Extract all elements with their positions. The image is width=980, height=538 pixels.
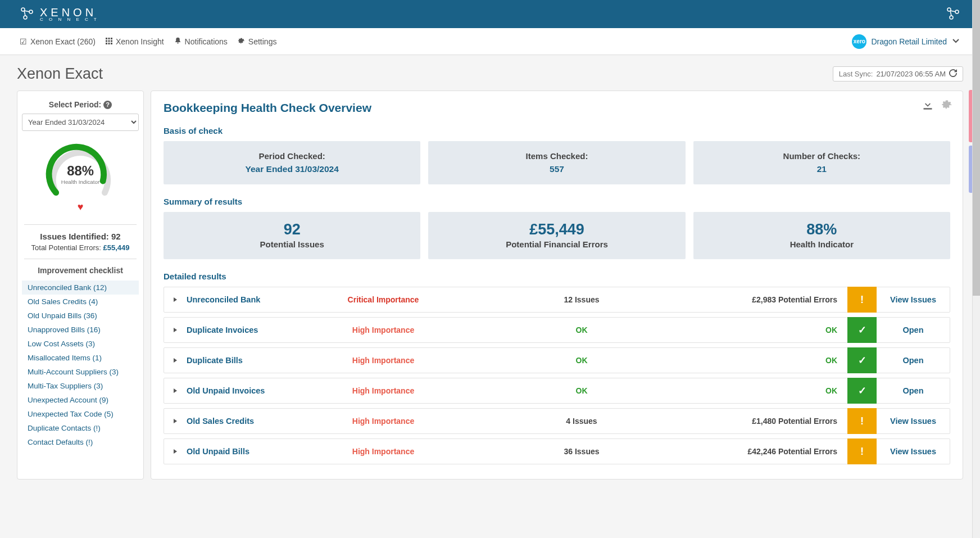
grid-icon — [106, 37, 112, 46]
help-icon[interactable]: ? — [103, 101, 112, 109]
row-name[interactable]: Old Unpaid Invoices — [187, 386, 327, 395]
status-badge: ! — [847, 408, 877, 434]
nav-exact[interactable]: ☑ Xenon Exact (260) — [20, 37, 96, 46]
checklist-item[interactable]: Unexpected Tax Code (5) — [28, 407, 133, 421]
nav-settings[interactable]: Settings — [238, 37, 277, 46]
nav-notifications[interactable]: Notifications — [174, 37, 228, 46]
row-action[interactable]: View Issues — [877, 295, 950, 304]
nav-notifications-label: Notifications — [185, 37, 228, 46]
download-icon[interactable] — [922, 99, 933, 112]
basis-card: Items Checked:557 — [428, 141, 685, 184]
expand-icon[interactable] — [164, 325, 187, 334]
period-label: Select Period: ? — [22, 100, 139, 109]
status-badge: ! — [847, 438, 877, 464]
row-importance: High Importance — [327, 325, 439, 334]
row-name[interactable]: Old Sales Credits — [187, 417, 327, 426]
row-action[interactable]: View Issues — [877, 447, 950, 456]
checklist-item[interactable]: Misallocated Items (1) — [28, 351, 133, 365]
svg-rect-10 — [106, 38, 107, 39]
row-name[interactable]: Duplicate Invoices — [187, 325, 327, 334]
basis-title: Items Checked: — [434, 151, 679, 161]
row-name[interactable]: Unreconciled Bank — [187, 295, 327, 304]
summary-card: 92Potential Issues — [164, 212, 420, 259]
logo-icon — [20, 6, 34, 22]
expand-icon[interactable] — [164, 386, 187, 395]
row-errors: £42,246 Potential Errors — [724, 447, 847, 456]
detailed-rows: Unreconciled BankCritical Importance12 I… — [164, 287, 950, 464]
checklist-item[interactable]: Low Cost Assets (3) — [28, 337, 133, 351]
row-issues: OK — [439, 356, 724, 365]
svg-line-3 — [24, 11, 30, 12]
page-heading-row: Xenon Exact Last Sync: 21/07/2023 06:55 … — [17, 65, 963, 83]
refresh-icon[interactable] — [949, 69, 957, 79]
svg-line-8 — [950, 11, 956, 12]
row-importance: High Importance — [327, 356, 439, 365]
divider — [24, 224, 137, 225]
svg-line-4 — [24, 11, 25, 16]
checklist-item[interactable]: Contact Defaults (!) — [28, 435, 133, 449]
checklist-item[interactable]: Old Unpaid Bills (36) — [28, 309, 133, 323]
nav-settings-label: Settings — [248, 37, 277, 46]
row-issues: 4 Issues — [439, 417, 724, 426]
logo[interactable]: XENON C O N N E C T — [20, 6, 99, 22]
checklist: Unreconciled Bank (12)Old Sales Credits … — [22, 281, 139, 449]
row-name[interactable]: Old Unpaid Bills — [187, 447, 327, 456]
scrollbar-thumb[interactable] — [973, 0, 980, 296]
expand-icon[interactable] — [164, 356, 187, 365]
expand-icon[interactable] — [164, 417, 187, 426]
row-errors: OK — [724, 356, 847, 365]
detailed-label: Detailed results — [164, 272, 950, 281]
checklist-item[interactable]: Duplicate Contacts (!) — [28, 421, 133, 435]
checklist-item[interactable]: Unexpected Account (9) — [28, 393, 133, 407]
svg-rect-15 — [111, 40, 112, 42]
main-heading: Bookkeeping Health Check Overview — [164, 101, 950, 115]
chevron-down-icon — [951, 36, 960, 47]
total-errors: Total Potential Errors: £55,449 — [22, 243, 139, 252]
sync-time: 21/07/2023 06:55 AM — [876, 70, 946, 78]
row-action[interactable]: Open — [877, 325, 950, 334]
row-issues: 36 Issues — [439, 447, 724, 456]
expand-icon[interactable] — [164, 447, 187, 456]
basis-row: Period Checked:Year Ended 31/03/2024Item… — [164, 141, 950, 184]
checklist-item[interactable]: Unapproved Bills (16) — [28, 323, 133, 337]
sync-box[interactable]: Last Sync: 21/07/2023 06:55 AM — [833, 66, 963, 82]
summary-label: Summary of results — [164, 197, 950, 206]
main-panel: Bookkeeping Health Check Overview Basis … — [151, 91, 963, 480]
checklist-item[interactable]: Unreconciled Bank (12) — [22, 281, 139, 295]
detail-row: Old Unpaid InvoicesHigh ImportanceOKOK✓O… — [164, 378, 950, 404]
nav-insight[interactable]: Xenon Insight — [106, 37, 164, 46]
expand-icon[interactable] — [164, 295, 187, 304]
row-action[interactable]: Open — [877, 356, 950, 365]
checklist-item[interactable]: Multi-Tax Suppliers (3) — [28, 379, 133, 393]
divider — [24, 259, 137, 259]
company-selector[interactable]: xero Dragon Retail Limited — [852, 34, 960, 49]
page-wrap: Xenon Exact Last Sync: 21/07/2023 06:55 … — [0, 55, 980, 490]
svg-point-7 — [950, 16, 953, 19]
checklist-item[interactable]: Old Sales Credits (4) — [28, 295, 133, 309]
summary-value: £55,449 — [434, 221, 679, 238]
logo-icon-right[interactable] — [946, 6, 960, 22]
basis-value: 21 — [699, 164, 945, 174]
row-errors: £1,480 Potential Errors — [724, 417, 847, 426]
checklist-item[interactable]: Multi-Account Suppliers (3) — [28, 365, 133, 379]
scrollbar[interactable]: ▲ — [972, 0, 980, 490]
svg-text:88%: 88% — [67, 163, 94, 178]
basis-value: 557 — [434, 164, 679, 174]
total-errors-value: £55,449 — [103, 243, 129, 252]
row-issues: OK — [439, 325, 724, 334]
row-name[interactable]: Duplicate Bills — [187, 356, 327, 365]
nav-insight-label: Xenon Insight — [116, 37, 164, 46]
gear-icon — [238, 37, 245, 46]
period-select[interactable]: Year Ended 31/03/2024 — [22, 114, 139, 131]
gear-icon[interactable] — [941, 99, 952, 112]
basis-card: Period Checked:Year Ended 31/03/2024 — [164, 141, 420, 184]
nav-exact-label: Xenon Exact (260) — [30, 37, 96, 46]
row-action[interactable]: Open — [877, 386, 950, 395]
basis-title: Period Checked: — [169, 151, 415, 161]
row-issues: 12 Issues — [439, 295, 724, 304]
row-action[interactable]: View Issues — [877, 417, 950, 426]
heart-icon: ♥ — [22, 201, 139, 213]
svg-line-9 — [950, 11, 951, 16]
basis-value: Year Ended 31/03/2024 — [169, 164, 415, 174]
issues-identified: Issues Identified: 92 — [22, 232, 139, 241]
